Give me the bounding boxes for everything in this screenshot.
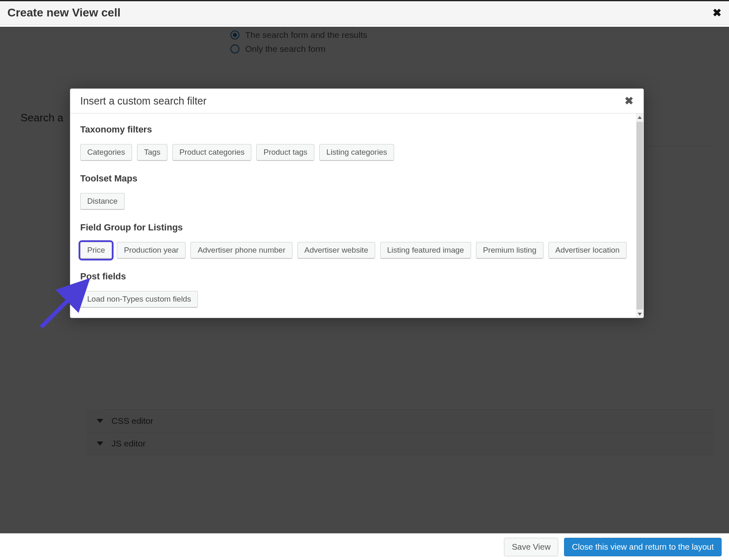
bottom-action-bar: Save View Close this view and return to … bbox=[0, 533, 729, 560]
section-maps-title: Toolset Maps bbox=[80, 173, 634, 184]
close-icon[interactable]: ✖ bbox=[625, 95, 634, 107]
section-taxonomy-title: Taxonomy filters bbox=[80, 124, 634, 135]
close-view-button[interactable]: Close this view and return to the layout bbox=[564, 538, 722, 556]
outer-modal-header: Create new View cell ✖ bbox=[0, 0, 729, 25]
insert-filter-modal: Insert a custom search filter ✖ Taxonomy… bbox=[70, 88, 644, 318]
inner-modal-header: Insert a custom search filter ✖ bbox=[70, 89, 643, 114]
filter-load-non-types[interactable]: Load non-Types custom fields bbox=[80, 291, 198, 308]
inner-body-wrap: Taxonomy filters Categories Tags Product… bbox=[70, 114, 643, 318]
post-fields-filters: Load non-Types custom fields bbox=[80, 291, 634, 308]
backdrop: The search form and the results Only the… bbox=[0, 27, 729, 533]
scroll-down-icon[interactable] bbox=[636, 310, 643, 318]
maps-filters: Distance bbox=[80, 193, 634, 210]
taxonomy-filters: Categories Tags Product categories Produ… bbox=[80, 144, 634, 161]
section-listings-title: Field Group for Listings bbox=[80, 222, 634, 233]
filter-tags[interactable]: Tags bbox=[137, 144, 167, 161]
filter-advertiser-phone[interactable]: Advertiser phone number bbox=[190, 242, 292, 259]
inner-modal-title: Insert a custom search filter bbox=[80, 95, 207, 107]
filter-advertiser-location[interactable]: Advertiser location bbox=[548, 242, 627, 259]
filter-featured-image[interactable]: Listing featured image bbox=[380, 242, 471, 259]
filter-premium-listing[interactable]: Premium listing bbox=[476, 242, 543, 259]
filter-distance[interactable]: Distance bbox=[80, 193, 125, 210]
filter-production-year[interactable]: Production year bbox=[117, 242, 186, 259]
save-button[interactable]: Save View bbox=[504, 538, 558, 556]
filter-product-tags[interactable]: Product tags bbox=[256, 144, 314, 161]
listings-filters: Price Production year Advertiser phone n… bbox=[80, 242, 634, 259]
filter-categories[interactable]: Categories bbox=[80, 144, 132, 161]
scroll-up-icon[interactable] bbox=[636, 114, 643, 121]
close-icon[interactable]: ✖ bbox=[713, 7, 722, 19]
filter-price[interactable]: Price bbox=[80, 242, 112, 259]
inner-modal-body: Taxonomy filters Categories Tags Product… bbox=[70, 114, 643, 318]
filter-advertiser-website[interactable]: Advertiser website bbox=[297, 242, 375, 259]
filter-product-categories[interactable]: Product categories bbox=[172, 144, 251, 161]
outer-modal-title: Create new View cell bbox=[7, 6, 121, 19]
scrollbar[interactable] bbox=[636, 114, 643, 318]
scroll-thumb[interactable] bbox=[636, 122, 643, 309]
filter-listing-categories[interactable]: Listing categories bbox=[319, 144, 394, 161]
section-post-fields-title: Post fields bbox=[80, 271, 634, 282]
